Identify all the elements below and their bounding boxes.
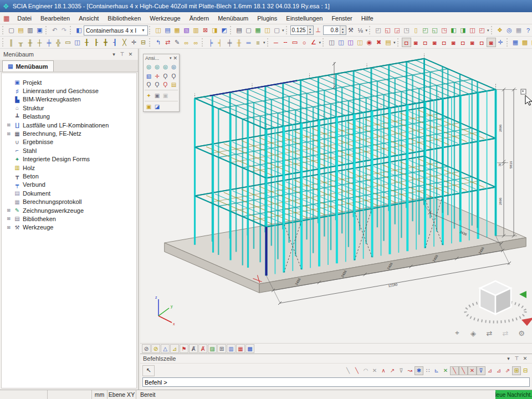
pin-icon[interactable]: ⊤ — [513, 356, 521, 361]
angle-icon[interactable]: ∠ — [309, 38, 319, 47]
show-surfaces-icon[interactable]: ▨ — [208, 344, 217, 353]
toolbar-grip[interactable] — [491, 26, 494, 34]
paste-special-icon[interactable]: ◫ — [346, 38, 355, 47]
view-window-4-icon[interactable]: ◳ — [402, 25, 411, 35]
flip-view-icon[interactable]: ⇄ — [484, 328, 494, 338]
toolbar-grip[interactable] — [286, 26, 289, 34]
light-icon[interactable]: ✦ — [145, 91, 153, 100]
more-tools-icon[interactable]: ▾ — [487, 28, 489, 33]
tree-item-zeichnungswerkzeuge[interactable]: ⊞ ✎ Zeichnungswerkzeuge — [2, 206, 136, 214]
haunch-icon[interactable]: ┠ — [91, 38, 101, 47]
open-icon[interactable]: ▤ — [16, 25, 25, 35]
weld-double-icon[interactable]: ∞ — [191, 38, 201, 47]
disconnect-icon[interactable]: ╡ — [216, 38, 225, 47]
menu-bibliotheken[interactable]: Bibliotheken — [103, 13, 145, 23]
tree-item-verbund[interactable]: ┯ Verbund — [2, 181, 136, 189]
ratio-icon[interactable]: ⅛ — [356, 25, 365, 35]
panel-menu-icon[interactable]: ▾ — [504, 356, 513, 361]
toolbar-grip[interactable] — [2, 26, 5, 34]
view-y-icon[interactable]: ◎ — [153, 63, 161, 71]
menu-menuebaum[interactable]: Menübaum — [213, 13, 253, 23]
toolbar-grip[interactable] — [369, 26, 372, 34]
close-icon[interactable]: ✕ — [173, 55, 177, 61]
wall-icon[interactable]: ╬ — [54, 38, 63, 47]
tree-item-stahl[interactable]: ⌐ Stahl — [2, 146, 136, 155]
view-window-12-icon[interactable]: ◰ — [477, 25, 487, 35]
tree-item-idf[interactable]: ✦ Integrierte Design Forms — [2, 155, 136, 163]
groups-icon[interactable]: ▦ — [172, 25, 182, 35]
snap-perp-icon[interactable]: ⊿ — [494, 366, 503, 375]
print-icon[interactable]: ▤ — [234, 25, 244, 35]
view-window-10-icon[interactable]: ◨ — [458, 25, 468, 35]
weld-icon[interactable]: ∞ — [182, 38, 191, 47]
select-add-icon[interactable]: ◘ — [477, 38, 487, 47]
update-icon[interactable]: ▥ — [191, 25, 201, 35]
named-selection-icon[interactable]: ◎ — [505, 25, 514, 35]
show-values-icon[interactable]: Ⱥ — [198, 344, 207, 353]
activity-icon[interactable]: ✖ — [374, 38, 383, 47]
copy-multi-icon[interactable]: ◫ — [336, 38, 346, 47]
display-params-icon[interactable]: ▩ — [245, 344, 254, 353]
snap-curve-icon[interactable]: ↝ — [406, 366, 415, 375]
undo-icon[interactable]: ↶ — [50, 25, 59, 35]
open-view-icon[interactable]: ▤ — [170, 80, 178, 89]
select-nodes-icon[interactable]: ◘ — [402, 38, 411, 47]
toolbar-grip[interactable] — [507, 38, 509, 47]
copy-add-icon[interactable]: ◫ — [327, 38, 336, 47]
circle-icon[interactable]: ○ — [300, 38, 309, 47]
polyline-edit-icon[interactable]: ✎ — [172, 38, 182, 47]
view-window-8-icon[interactable]: ◳ — [439, 25, 449, 35]
new-message-button[interactable]: Neue Nachricht... — [495, 390, 532, 399]
column-icon[interactable]: ╥ — [16, 38, 25, 47]
zoom-border-icon[interactable]: ⌖ — [452, 328, 462, 338]
snap-node-icon[interactable]: ╲ — [459, 366, 468, 375]
menu-aendern[interactable]: Ändern — [185, 13, 213, 23]
tree-item-holz[interactable]: ▥ Holz — [2, 163, 136, 172]
delete-icon[interactable]: ⊠ — [201, 25, 210, 35]
link-members-icon[interactable]: ╫ — [234, 38, 244, 47]
toolbar-grip[interactable] — [397, 38, 400, 47]
select-slabs-icon[interactable]: ◘ — [421, 38, 430, 47]
select-all-icon[interactable]: ✛ — [496, 38, 505, 47]
tree-item-struktur[interactable]: ⌂ Struktur — [2, 104, 136, 112]
redo-icon[interactable]: ↷ — [59, 25, 69, 35]
scale-spinner-2[interactable]: 0.8▲▼ — [323, 25, 346, 35]
new-icon[interactable]: ▢ — [7, 25, 16, 35]
copy-picture-icon[interactable]: ▣ — [153, 91, 161, 100]
hinge-icon[interactable]: ┨ — [110, 38, 120, 47]
snap-intersect-icon[interactable]: ✕ — [441, 366, 450, 375]
project-browser-icon[interactable]: ◧ — [74, 25, 84, 35]
layer-filter-icon[interactable]: ▨ — [530, 38, 532, 47]
tab-menuebaum[interactable]: ▤ Menübaum — [2, 60, 54, 71]
toolbar-grip[interactable] — [45, 26, 48, 34]
more-tools-icon[interactable]: ▾ — [263, 40, 265, 45]
rectangle-icon[interactable]: ▭ — [290, 38, 300, 47]
toolbar-grip[interactable] — [202, 38, 204, 47]
select-labels-icon[interactable]: ◘ — [458, 38, 468, 47]
zoom-selection-icon[interactable]: Ϙ — [161, 80, 170, 89]
menu-bearbeiten[interactable]: Bearbeiten — [36, 13, 74, 23]
more-tools-icon[interactable]: ▾ — [282, 28, 284, 33]
opening-icon[interactable]: ◫ — [73, 38, 82, 47]
snap-point-icon[interactable]: ✕ — [468, 366, 477, 375]
more-tools-icon[interactable]: ▾ — [393, 40, 396, 45]
plate-icon[interactable]: ╪ — [44, 38, 54, 47]
check-structure-icon[interactable]: ◩ — [219, 25, 229, 35]
menu-einstellungen[interactable]: Einstellungen — [282, 13, 327, 23]
select-supports-icon[interactable]: ◘ — [439, 38, 449, 47]
toolbar-grip[interactable] — [149, 26, 152, 34]
paste-picture-icon[interactable]: ▣ — [161, 91, 170, 100]
flip-view-disabled-icon[interactable]: ⇄ — [500, 328, 510, 338]
open-layer-set-icon[interactable]: ▤ — [383, 38, 393, 47]
command-input[interactable] — [143, 379, 529, 386]
view-window-6-icon[interactable]: ◰ — [421, 25, 430, 35]
show-supports-icon[interactable]: △ — [161, 344, 170, 353]
show-loads-icon[interactable]: ⊿ — [170, 344, 179, 353]
tree-item-ergebnisse[interactable]: ∪ Ergebnisse — [2, 138, 136, 146]
snap-ortho-icon[interactable]: ⊾ — [432, 366, 441, 375]
project-settings-icon[interactable]: ◫ — [154, 25, 163, 35]
spinner-arrows-icon[interactable]: ▲▼ — [340, 26, 346, 34]
snap-arc-icon[interactable]: ◠ — [361, 366, 370, 375]
tree-item-lastfaelle[interactable]: ⊞ ∐ Lastfälle und LF-Kombinationen — [2, 121, 136, 129]
toolbar-grip[interactable] — [70, 26, 73, 34]
